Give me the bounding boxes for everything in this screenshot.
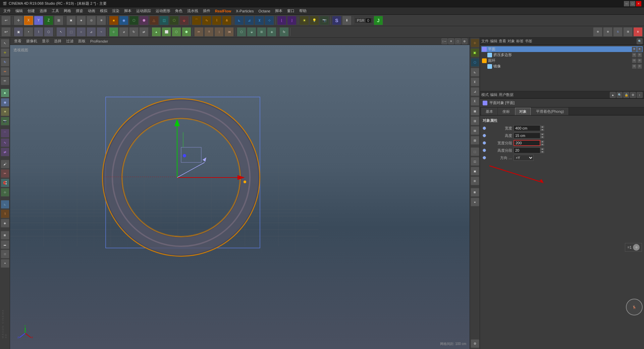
- prop-tab-object[interactable]: 对象: [515, 108, 531, 115]
- prop-input-height[interactable]: [514, 133, 540, 139]
- lt-knife[interactable]: ✂: [1, 169, 9, 178]
- lt-cube[interactable]: ■: [1, 89, 9, 97]
- mode-edges[interactable]: ⌇: [34, 27, 43, 37]
- om-vis1-extrude[interactable]: 👁: [632, 53, 637, 57]
- minimize-btn[interactable]: ─: [624, 1, 629, 6]
- ri-btn8[interactable]: ▦: [471, 107, 479, 115]
- om-vis1-torus[interactable]: 👁: [632, 58, 637, 63]
- ri-btn16[interactable]: ▦: [471, 188, 479, 197]
- prop-expand[interactable]: ↕: [637, 92, 643, 98]
- om-item-torus[interactable]: 圆环 👁 👁: [481, 58, 643, 63]
- obj-btn2[interactable]: ◈: [76, 16, 86, 25]
- prop-spin-dn-hseg[interactable]: ▼: [540, 151, 544, 153]
- menu-character[interactable]: 角色: [173, 8, 184, 14]
- lt-brush[interactable]: ✏: [1, 77, 9, 85]
- prop-tab-phong[interactable]: 平滑着色(Phong): [532, 108, 568, 115]
- menu-file[interactable]: 文件: [1, 8, 13, 14]
- menu-edit[interactable]: 编辑: [13, 8, 25, 14]
- om-menu-tag[interactable]: 标签: [516, 39, 524, 44]
- prop-lock[interactable]: 🔒: [623, 92, 629, 98]
- om-vis2-mirror[interactable]: 👁: [637, 64, 642, 69]
- lt-floor[interactable]: ▬: [1, 240, 9, 249]
- prop-input-width[interactable]: [514, 125, 540, 131]
- ri-btn3[interactable]: ⬡: [471, 58, 479, 67]
- vp-ctrl-expand[interactable]: ↕↔: [441, 38, 447, 44]
- prop-input-hseg[interactable]: [514, 147, 540, 153]
- menu-octane[interactable]: Octane: [256, 8, 272, 14]
- prim8[interactable]: ⬙: [179, 16, 189, 25]
- lt-paint[interactable]: 🖌: [1, 160, 9, 168]
- prop-radio-width[interactable]: [483, 127, 486, 130]
- ri-btn15[interactable]: ⊞: [471, 177, 479, 185]
- spline3[interactable]: ⌇: [212, 16, 221, 25]
- maximize-btn[interactable]: □: [630, 1, 635, 6]
- prop-radio-wseg[interactable]: [483, 141, 486, 145]
- vp-ctrl-render[interactable]: ⊕: [462, 38, 468, 44]
- light1[interactable]: ☀: [300, 16, 309, 25]
- scalez-btn[interactable]: Z: [44, 16, 53, 25]
- prim3[interactable]: ⬡: [129, 16, 139, 25]
- vp-ctrl-max[interactable]: □: [455, 38, 461, 44]
- om-vis1-mirror[interactable]: 👁: [632, 64, 637, 69]
- undo2[interactable]: ↩: [1, 27, 11, 37]
- prim7[interactable]: ⬠: [169, 16, 179, 25]
- lt-rotate[interactable]: ↻: [1, 58, 9, 66]
- lt-bend[interactable]: ⌒: [1, 129, 9, 138]
- sel-rect[interactable]: ⬚: [66, 27, 76, 37]
- prop-spin-up-hseg[interactable]: ▲: [540, 148, 544, 150]
- spline1[interactable]: ⌒: [192, 16, 201, 25]
- sel-path[interactable]: ~: [97, 27, 106, 37]
- prop-spin-up-width[interactable]: ▲: [540, 126, 544, 128]
- lt-scale[interactable]: ⇔: [1, 67, 9, 76]
- mesh3[interactable]: ⊞: [257, 27, 266, 37]
- deform1[interactable]: ⌊: [277, 16, 286, 25]
- menu-script[interactable]: 脚本: [122, 8, 133, 14]
- ri-btn14[interactable]: ▣: [471, 167, 479, 176]
- lt-spline[interactable]: ⌇: [1, 209, 9, 218]
- prop-radio-height[interactable]: [483, 134, 486, 137]
- ri-gear[interactable]: ⚙: [471, 339, 479, 348]
- mode-model[interactable]: ▣: [14, 27, 23, 37]
- camera1[interactable]: 📷: [320, 16, 329, 25]
- ri-btn12[interactable]: ⬚: [471, 147, 479, 156]
- prim2[interactable]: ◉: [119, 16, 128, 25]
- green-btn[interactable]: J: [374, 16, 383, 25]
- mirror2[interactable]: ⇌: [139, 27, 149, 37]
- menu-simulate[interactable]: 模拟: [98, 8, 109, 14]
- right-tb5[interactable]: B: [633, 27, 643, 37]
- lt-material[interactable]: ◈: [1, 219, 9, 228]
- gen2[interactable]: ⊿: [245, 16, 254, 25]
- fx-btn[interactable]: fx: [279, 27, 289, 37]
- vp-menu-panel[interactable]: 面板: [76, 38, 88, 44]
- ri-btn9[interactable]: ▥: [471, 116, 479, 125]
- mode-points[interactable]: •: [24, 27, 33, 37]
- ri-btn7[interactable]: ⊼: [471, 97, 479, 106]
- poly3[interactable]: ⬡: [172, 27, 181, 37]
- mode-polys[interactable]: ⬡: [44, 27, 53, 37]
- prop-tab-basic[interactable]: 基本: [481, 108, 497, 115]
- obj-btn3[interactable]: ◎: [87, 16, 96, 25]
- ri-btn5[interactable]: ⊻: [471, 78, 479, 86]
- menu-xparticles[interactable]: X-Particles: [234, 8, 256, 14]
- ri-btn4[interactable]: ⊾: [471, 68, 479, 77]
- prop-spin-up-height[interactable]: ▲: [540, 133, 544, 136]
- deform2[interactable]: ⌋: [287, 16, 297, 25]
- om-menu-edit[interactable]: 编辑: [490, 39, 497, 44]
- menu-render[interactable]: 渲染: [110, 8, 121, 14]
- lt-sphere[interactable]: ◉: [1, 98, 9, 107]
- sel-live[interactable]: ↖: [56, 27, 66, 37]
- lt-move2[interactable]: ⊹: [1, 188, 9, 197]
- lt-move[interactable]: ✛: [1, 48, 9, 57]
- poly2[interactable]: ⬜: [162, 27, 171, 37]
- menu-animate[interactable]: 动画: [86, 8, 97, 14]
- lt-env[interactable]: ◻: [1, 250, 9, 258]
- menu-create[interactable]: 创建: [25, 8, 37, 14]
- rotate2[interactable]: ↻: [129, 27, 139, 37]
- prop-menu-mode[interactable]: 模式: [481, 92, 489, 97]
- menu-plugins[interactable]: 插件: [201, 8, 212, 14]
- prop-input-wseg[interactable]: [514, 140, 540, 146]
- undo-btn[interactable]: ↩: [1, 16, 11, 25]
- prop-spin-dn-width[interactable]: ▼: [540, 129, 544, 131]
- menu-pipeline[interactable]: 流水线: [185, 8, 200, 14]
- spline4[interactable]: ⋔: [222, 16, 231, 25]
